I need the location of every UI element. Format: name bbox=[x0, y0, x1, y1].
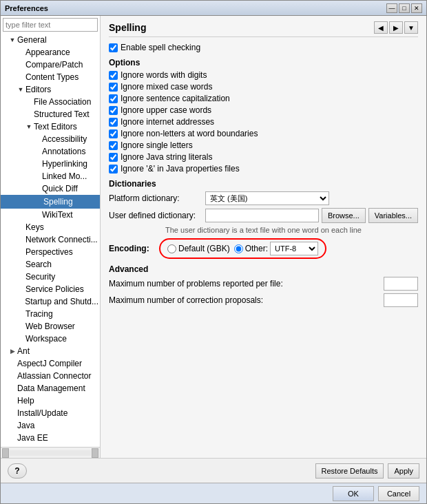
ok-button[interactable]: OK bbox=[333, 486, 374, 501]
tree-item-accessibility[interactable]: Accessibility bbox=[1, 133, 100, 145]
arrow-icon bbox=[24, 98, 34, 105]
option-row-4: Ignore internet addresses bbox=[109, 117, 418, 127]
scroll-left-btn[interactable] bbox=[2, 448, 9, 458]
user-dict-input[interactable] bbox=[205, 209, 319, 222]
tree-item-startupshutdown[interactable]: Startup and Shutd... bbox=[1, 295, 100, 308]
scroll-right-btn[interactable] bbox=[92, 448, 98, 458]
main-content: ▼ General Appearance Compare/Patch bbox=[1, 16, 426, 458]
arrow-icon bbox=[8, 410, 17, 417]
tree-label-contenttypes: Content Types bbox=[25, 72, 79, 82]
tree-item-fileassociation[interactable]: File Association bbox=[1, 96, 100, 108]
option-label-8: Ignore '&' in Java properties files bbox=[121, 164, 240, 174]
option-label-2: Ignore sentence capitalization bbox=[121, 94, 230, 103]
tree-item-texteditors[interactable]: ▼ Text Editors bbox=[1, 120, 100, 133]
user-dict-row: User defined dictionary: Browse... Varia… bbox=[109, 208, 418, 223]
tree-item-javaee[interactable]: Java EE bbox=[1, 432, 100, 444]
tree-item-editors[interactable]: ▼ Editors bbox=[1, 83, 100, 96]
arrow-icon bbox=[16, 224, 25, 231]
max-corrections-row: Maximum number of correction proposals: … bbox=[109, 293, 418, 307]
arrow-icon bbox=[8, 372, 17, 379]
encoding-select[interactable]: UTF-8 bbox=[270, 242, 318, 255]
title-bar: Preferences — □ ✕ bbox=[1, 1, 426, 16]
arrow-icon bbox=[32, 136, 42, 143]
option-checkbox-1[interactable] bbox=[109, 83, 118, 92]
tree-item-perspectives[interactable]: Perspectives bbox=[1, 246, 100, 258]
option-label-3: Ignore upper case words bbox=[121, 105, 211, 115]
maximize-button[interactable]: □ bbox=[399, 3, 410, 13]
tree-item-keys[interactable]: Keys bbox=[1, 221, 100, 233]
option-checkbox-5[interactable] bbox=[109, 129, 118, 138]
variables-button[interactable]: Variables... bbox=[368, 208, 418, 223]
tree-item-quickdiff[interactable]: Quick Diff bbox=[1, 182, 100, 195]
max-problems-input[interactable]: 100 bbox=[384, 277, 418, 291]
dictionaries-section: Dictionaries Platform dictionary: 英文 (美国… bbox=[109, 179, 418, 234]
enable-spellcheck-label: Enable spell checking bbox=[121, 43, 200, 52]
option-checkbox-4[interactable] bbox=[109, 118, 118, 127]
tree-item-annotations[interactable]: Annotations bbox=[1, 145, 100, 158]
tree-item-search[interactable]: Search bbox=[1, 258, 100, 271]
option-checkbox-0[interactable] bbox=[109, 71, 118, 80]
tree-item-workspace[interactable]: Workspace bbox=[1, 333, 100, 345]
arrow-icon bbox=[8, 360, 17, 367]
arrow-icon bbox=[16, 335, 25, 342]
help-button[interactable]: ? bbox=[8, 463, 27, 479]
tree-item-structuredtext[interactable]: Structured Text bbox=[1, 108, 100, 120]
tree-item-spelling[interactable]: Spelling bbox=[1, 195, 100, 209]
tree-item-general[interactable]: ▼ General bbox=[1, 34, 100, 46]
tree-item-ant[interactable]: ▶ Ant bbox=[1, 345, 100, 357]
option-row-0: Ignore words with digits bbox=[109, 70, 418, 80]
tree-item-hyperlinking[interactable]: Hyperlinking bbox=[1, 158, 100, 170]
forward-button[interactable]: ▶ bbox=[389, 21, 403, 34]
close-button[interactable]: ✕ bbox=[411, 3, 422, 13]
tree-area: ▼ General Appearance Compare/Patch bbox=[1, 34, 100, 447]
platform-dict-select[interactable]: 英文 (美国) bbox=[205, 191, 329, 205]
option-checkbox-8[interactable] bbox=[109, 165, 118, 174]
restore-defaults-button[interactable]: Restore Defaults bbox=[315, 463, 384, 479]
tree-item-networkconn[interactable]: Network Connecti... bbox=[1, 233, 100, 246]
filter-input[interactable] bbox=[3, 18, 98, 32]
tree-label-fileassociation: File Association bbox=[34, 97, 91, 107]
tree-item-aspectjcompiler[interactable]: AspectJ Compiler bbox=[1, 357, 100, 370]
tree-item-java[interactable]: Java bbox=[1, 419, 100, 432]
tree-item-atlassianconn[interactable]: Atlassian Connector bbox=[1, 370, 100, 382]
option-checkbox-7[interactable] bbox=[109, 153, 118, 162]
back-button[interactable]: ◀ bbox=[374, 21, 388, 34]
tree-label-webbrowser: Web Browser bbox=[25, 322, 75, 331]
tree-label-ant: Ant bbox=[17, 346, 30, 356]
arrow-icon: ▼ bbox=[24, 123, 34, 130]
tree-item-comparepatch[interactable]: Compare/Patch bbox=[1, 59, 100, 71]
left-panel: ▼ General Appearance Compare/Patch bbox=[1, 16, 101, 458]
apply-button[interactable]: Apply bbox=[388, 463, 419, 479]
tree-label-networkconn: Network Connecti... bbox=[25, 235, 98, 244]
horizontal-scrollbar[interactable] bbox=[10, 450, 91, 456]
cancel-button[interactable]: Cancel bbox=[378, 486, 419, 501]
encoding-options: Default (GBK) Other: UTF-8 bbox=[159, 238, 326, 259]
tree-item-datamanagement[interactable]: Data Management bbox=[1, 382, 100, 395]
tree-item-wikitext[interactable]: WikiText bbox=[1, 209, 100, 221]
option-checkbox-6[interactable] bbox=[109, 141, 118, 150]
tree-label-structuredtext: Structured Text bbox=[34, 109, 89, 119]
tree-item-security[interactable]: Security bbox=[1, 271, 100, 283]
tree-item-help[interactable]: Help bbox=[1, 395, 100, 407]
user-dict-label: User defined dictionary: bbox=[109, 211, 205, 220]
dropdown-button[interactable]: ▼ bbox=[404, 21, 418, 34]
tree-item-linkedmode[interactable]: Linked Mo... bbox=[1, 170, 100, 182]
default-gbk-radio[interactable] bbox=[167, 244, 176, 253]
tree-item-tracing[interactable]: Tracing bbox=[1, 308, 100, 320]
option-checkbox-2[interactable] bbox=[109, 94, 118, 103]
tree-item-webbrowser[interactable]: Web Browser bbox=[1, 320, 100, 333]
max-corrections-input[interactable]: 20 bbox=[384, 293, 418, 307]
minimize-button[interactable]: — bbox=[386, 3, 397, 13]
tree-item-appearance[interactable]: Appearance bbox=[1, 46, 100, 59]
tree-item-installupddate[interactable]: Install/Update bbox=[1, 407, 100, 419]
dict-info-text: The user dictionary is a text file with … bbox=[109, 226, 418, 234]
tree-item-servicepolicies[interactable]: Service Policies bbox=[1, 283, 100, 295]
enable-spellcheck-checkbox[interactable] bbox=[109, 43, 118, 52]
tree-label-accessibility: Accessibility bbox=[42, 134, 87, 144]
browse-button[interactable]: Browse... bbox=[322, 208, 366, 223]
arrow-icon: ▼ bbox=[8, 36, 17, 43]
tree-item-contenttypes[interactable]: Content Types bbox=[1, 71, 100, 83]
other-encoding-radio[interactable] bbox=[234, 244, 243, 253]
option-checkbox-3[interactable] bbox=[109, 106, 118, 115]
ok-cancel-bar: OK Cancel bbox=[1, 483, 426, 503]
